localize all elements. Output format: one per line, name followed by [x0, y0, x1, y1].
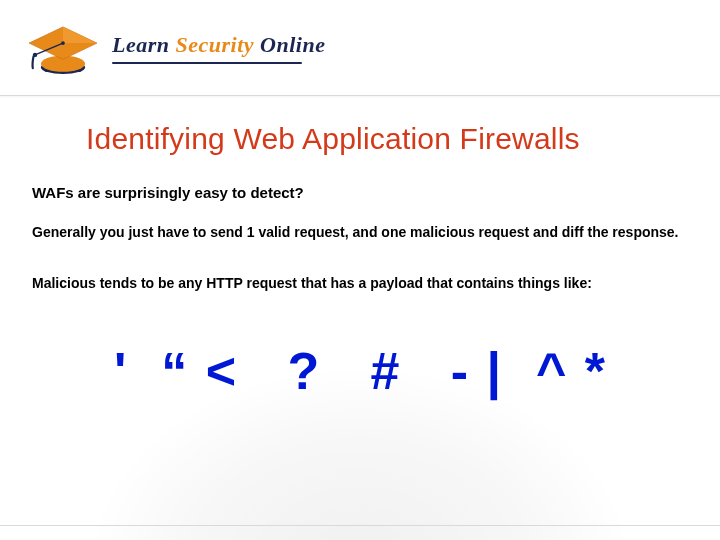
- brand-word-learn: Learn: [112, 34, 170, 56]
- payload-symbols: ' “ < ? # - | ^ *: [32, 341, 688, 401]
- footer-divider: [0, 525, 720, 526]
- slide: Learn Security Online Identifying Web Ap…: [0, 0, 720, 540]
- slide-title: Identifying Web Application Firewalls: [86, 122, 688, 156]
- paragraph-3: Malicious tends to be any HTTP request t…: [32, 275, 688, 291]
- paragraph-2: Generally you just have to send 1 valid …: [32, 223, 688, 241]
- brand-word-online: Online: [260, 34, 325, 56]
- slide-content: Identifying Web Application Firewalls WA…: [0, 96, 720, 401]
- brand-text: Learn Security Online: [112, 34, 325, 64]
- svg-point-6: [61, 41, 65, 45]
- header: Learn Security Online: [0, 0, 720, 96]
- paragraph-1: WAFs are surprisingly easy to detect?: [32, 184, 688, 201]
- graduation-cap-icon: [26, 21, 100, 77]
- brand-underline: [112, 62, 302, 64]
- brand-logo: Learn Security Online: [26, 21, 325, 77]
- brand-word-security: Security: [176, 34, 255, 56]
